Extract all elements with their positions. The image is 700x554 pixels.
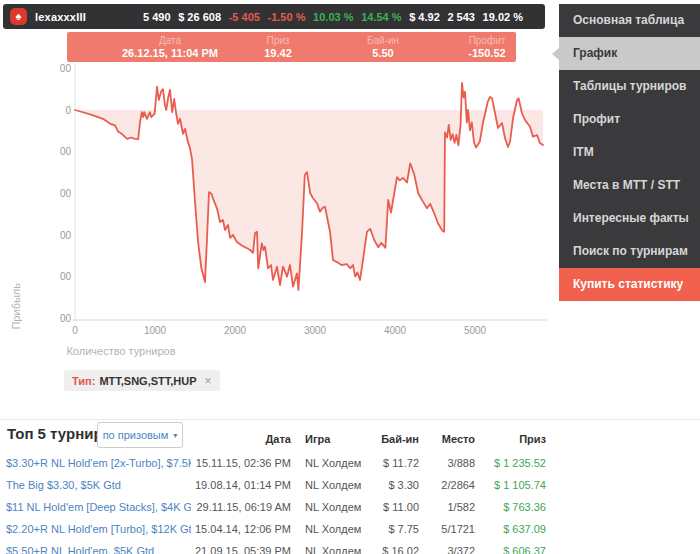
column-header: Приз <box>475 433 546 445</box>
tooltip-label: Дата <box>122 35 218 47</box>
table-row: $5.50+R NL Hold'em, $5K Gtd21.09.15, 05:… <box>6 540 546 554</box>
sidebar-menu: Основная таблицаГрафикТаблицы турнировПр… <box>559 4 700 301</box>
column-header: Игра <box>291 433 371 445</box>
svg-text:0: 0 <box>65 105 71 116</box>
sidebar-item-места-в-мтт-stt[interactable]: Места в МТТ / STT <box>559 169 700 202</box>
tournament-link[interactable]: $3.30+R NL Hold'em [2x-Turbo], $7.5K Gtd <box>6 457 191 469</box>
svg-text:5000: 5000 <box>464 325 487 336</box>
cell-date: 21.09.15, 05:39 PM <box>191 545 291 554</box>
table-row: The Big $3.30, $5K Gtd19.08.14, 01:14 PM… <box>6 474 546 496</box>
cell-buyin: $ 7.75 <box>371 523 419 535</box>
tooltip-value: 26.12.15, 11:04 PM <box>122 47 218 59</box>
svg-text:2000: 2000 <box>224 325 247 336</box>
type-filter-chip: Тип: MTT,SNG,STT,HUP × <box>64 370 220 391</box>
sidebar-item-поиск-по-турнирам[interactable]: Поиск по турнирам <box>559 235 700 268</box>
cell-game: NL Холдем <box>291 457 371 469</box>
svg-text:4000: 4000 <box>384 325 407 336</box>
svg-text:0: 0 <box>72 325 78 336</box>
y-axis-title: Прибыль <box>10 283 22 330</box>
cell-buyin: $ 16.02 <box>371 545 419 554</box>
table-row: $2.20+R NL Hold'em [Turbo], $12K Gtd15.0… <box>6 518 546 540</box>
cell-game: NL Холдем <box>291 545 371 554</box>
svg-text:500: 500 <box>60 63 71 74</box>
tooltip-column: Профит-150.52 <box>468 35 505 59</box>
tournament-link[interactable]: $2.20+R NL Hold'em [Turbo], $12K Gtd <box>6 523 191 535</box>
svg-text:-2500: -2500 <box>60 313 71 324</box>
tooltip-value: 19.42 <box>264 47 292 59</box>
sidebar-item-основная-таблица[interactable]: Основная таблица <box>559 4 700 37</box>
section-divider <box>0 419 700 420</box>
sidebar-item-интересные-факты[interactable]: Интересные факты <box>559 202 700 235</box>
sidebar-item-профит[interactable]: Профит <box>559 103 700 136</box>
cell-date: 29.11.15, 06:19 AM <box>191 501 291 513</box>
cell-prize: $ 1 105.74 <box>475 479 546 491</box>
tooltip-label: Бай-ин <box>367 35 399 47</box>
topbar-stat: 2 543 <box>447 11 475 23</box>
topbar: ♠ lexaxxxIII 5 490$ 26 608-5 405-1.50 %1… <box>3 4 545 29</box>
chart-hover-tooltip: Дата26.12.15, 11:04 PMПриз19.42Бай-ин5.5… <box>67 32 516 62</box>
topbar-stat: 19.02 % <box>483 11 523 23</box>
cell-prize: $ 637.09 <box>475 523 546 535</box>
tooltip-column: Дата26.12.15, 11:04 PM <box>122 35 218 59</box>
column-header: Дата <box>191 433 291 445</box>
topbar-stats: 5 490$ 26 608-5 405-1.50 %10.03 %14.54 %… <box>143 4 523 29</box>
cell-prize: $ 606.37 <box>475 545 546 554</box>
tooltip-label: Приз <box>264 35 292 47</box>
cell-game: NL Холдем <box>291 479 371 491</box>
cell-game: NL Холдем <box>291 523 371 535</box>
svg-text:-1500: -1500 <box>60 230 71 241</box>
tournament-link[interactable]: $5.50+R NL Hold'em, $5K Gtd <box>6 545 191 554</box>
page: ♠ lexaxxxIII 5 490$ 26 608-5 405-1.50 %1… <box>0 0 700 554</box>
table-header-row: ДатаИграБай-инМестоПриз <box>6 430 546 448</box>
table-row: $11 NL Hold'em [Deep Stacks], $4K Gtd29.… <box>6 496 546 518</box>
cell-buyin: $ 11.72 <box>371 457 419 469</box>
tooltip-label: Профит <box>468 35 505 47</box>
tooltip-value: 5.50 <box>367 47 399 59</box>
topbar-stat: $ 26 608 <box>178 11 221 23</box>
cell-date: 15.11.15, 02:36 PM <box>191 457 291 469</box>
cell-buyin: $ 11.00 <box>371 501 419 513</box>
sidebar-item-купить-статистику[interactable]: Купить статистику <box>559 268 700 301</box>
cell-place: 3/372 <box>419 545 475 554</box>
cell-place: 1/582 <box>419 501 475 513</box>
svg-text:-2000: -2000 <box>60 271 71 282</box>
cell-place: 5/1721 <box>419 523 475 535</box>
cell-date: 15.04.14, 12:06 PM <box>191 523 291 535</box>
tooltip-column: Бай-ин5.50 <box>367 35 399 59</box>
filter-chip-prefix: Тип: <box>72 375 95 387</box>
player-name: lexaxxxIII <box>35 11 86 23</box>
topbar-stat: 10.03 % <box>313 11 353 23</box>
tooltip-value: -150.52 <box>468 47 505 59</box>
column-header: Бай-ин <box>371 433 419 445</box>
cell-prize: $ 1 235.52 <box>475 457 546 469</box>
topbar-stat: -1.50 % <box>268 11 306 23</box>
tournament-link[interactable]: The Big $3.30, $5K Gtd <box>6 479 191 491</box>
topbar-stat: -5 405 <box>229 11 260 23</box>
sidebar-item-таблицы-турниров[interactable]: Таблицы турниров <box>559 70 700 103</box>
profit-line-chart[interactable]: 5000-500-1000-1500-2000-2500010002000300… <box>60 60 550 350</box>
svg-text:-500: -500 <box>60 146 71 157</box>
cell-place: 2/2864 <box>419 479 475 491</box>
topbar-stat: $ 4.92 <box>409 11 440 23</box>
filter-chip-value: MTT,SNG,STT,HUP <box>99 375 196 387</box>
close-icon[interactable]: × <box>205 374 212 388</box>
table-row: $3.30+R NL Hold'em [2x-Turbo], $7.5K Gtd… <box>6 452 546 474</box>
svg-text:-1000: -1000 <box>60 188 71 199</box>
svg-text:3000: 3000 <box>304 325 327 336</box>
table-body: $3.30+R NL Hold'em [2x-Turbo], $7.5K Gtd… <box>6 452 546 554</box>
cell-date: 19.08.14, 01:14 PM <box>191 479 291 491</box>
cell-buyin: $ 3.30 <box>371 479 419 491</box>
svg-text:1000: 1000 <box>144 325 167 336</box>
spade-logo-icon: ♠ <box>10 8 27 25</box>
topbar-stat: 14.54 % <box>361 11 401 23</box>
topbar-stat: 5 490 <box>143 11 171 23</box>
x-axis-title: Количество турниров <box>56 345 186 357</box>
tooltip-column: Приз19.42 <box>264 35 292 59</box>
column-header: Место <box>419 433 475 445</box>
tournament-link[interactable]: $11 NL Hold'em [Deep Stacks], $4K Gtd <box>6 501 191 513</box>
cell-place: 3/888 <box>419 457 475 469</box>
cell-game: NL Холдем <box>291 501 371 513</box>
cell-prize: $ 763.36 <box>475 501 546 513</box>
sidebar-item-itm[interactable]: ITM <box>559 136 700 169</box>
sidebar-item-график[interactable]: График <box>559 37 700 70</box>
